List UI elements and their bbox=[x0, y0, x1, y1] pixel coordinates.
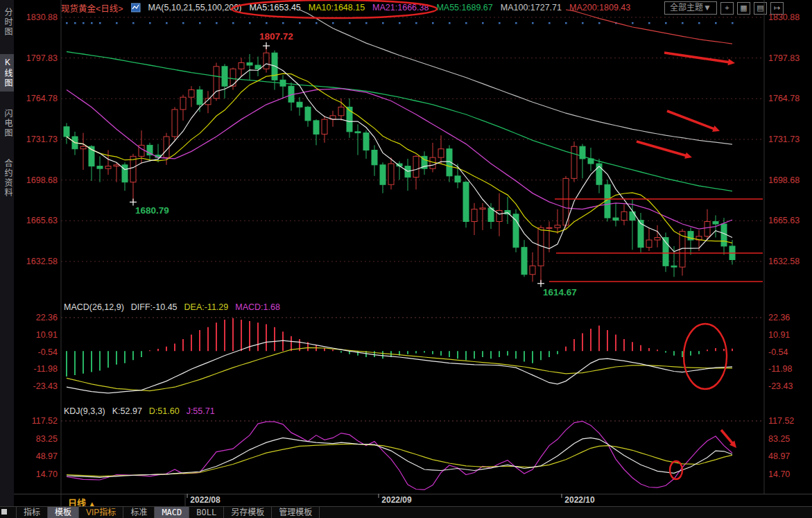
theme-dropdown-button[interactable]: 全部主题▼ bbox=[664, 1, 717, 15]
ma100-value: MA100:1727.71 bbox=[501, 3, 562, 12]
ma21-value: MA21:1666.38 bbox=[372, 3, 429, 12]
svg-text:1797.83: 1797.83 bbox=[768, 53, 800, 63]
macd-lines bbox=[67, 340, 732, 393]
svg-text:48.97: 48.97 bbox=[768, 451, 790, 461]
ma5-value: MA5:1653.45 bbox=[249, 3, 300, 12]
sidebar-item-time-chart[interactable]: 分时图 bbox=[0, 4, 14, 40]
kdj-panel-title: KDJ(9,3,3) K:52.97 D:51.60 J:55.71 bbox=[64, 406, 215, 416]
svg-text:22.36: 22.36 bbox=[36, 313, 58, 322]
svg-text:1797.83: 1797.83 bbox=[26, 53, 58, 63]
indicator-chart-icon[interactable] bbox=[131, 3, 141, 12]
kdj-params: KDJ(9,3,3) bbox=[64, 406, 105, 416]
pane-move-icon[interactable]: + bbox=[720, 2, 734, 15]
svg-text:1731.73: 1731.73 bbox=[768, 135, 800, 144]
svg-text:1632.58: 1632.58 bbox=[26, 257, 58, 266]
signal-dots-row bbox=[66, 22, 734, 24]
kdj-d-value: D:51.60 bbox=[149, 406, 180, 416]
tab-vip-indicator[interactable]: VIP指标 bbox=[79, 507, 123, 518]
pane-grid-icon[interactable]: ▦ bbox=[737, 2, 750, 15]
kdj-j-value: J:55.71 bbox=[187, 406, 215, 416]
pop-out-icon[interactable]: ↦ bbox=[770, 2, 784, 15]
tab-template[interactable]: 模板 bbox=[48, 507, 79, 518]
price-markers: 1807.721680.791614.67 bbox=[130, 31, 577, 297]
svg-text:10.91: 10.91 bbox=[768, 330, 790, 340]
chart-header: 现货黄金<日线> MA(5,10,21,55,100,200) MA5:1653… bbox=[61, 0, 630, 15]
time-axis-row: 日线 ▲ bbox=[14, 494, 812, 506]
svg-text:-11.98: -11.98 bbox=[33, 364, 58, 374]
macd-panel-title: MACD(26,12,9) DIFF:-10.45 DEA:-11.29 MAC… bbox=[64, 302, 280, 312]
svg-text:-23.43: -23.43 bbox=[768, 381, 793, 391]
sidebar-item-lightning-chart[interactable]: 闪电图 bbox=[0, 105, 14, 141]
svg-text:1698.68: 1698.68 bbox=[26, 175, 58, 185]
svg-text:14.70: 14.70 bbox=[36, 469, 58, 479]
svg-text:1807.72: 1807.72 bbox=[259, 31, 293, 42]
svg-text:1680.79: 1680.79 bbox=[135, 205, 169, 216]
macd-diff-value: DIFF:-10.45 bbox=[131, 302, 178, 312]
svg-text:1698.68: 1698.68 bbox=[768, 175, 800, 185]
ma-settings-label: MA(5,10,21,55,100,200) bbox=[148, 3, 242, 12]
svg-text:10.91: 10.91 bbox=[36, 330, 58, 340]
svg-text:48.97: 48.97 bbox=[36, 451, 58, 461]
kdj-lines bbox=[67, 421, 732, 490]
left-sidebar: 分时图 K线图 闪电图 合约资料 bbox=[0, 0, 14, 506]
svg-text:1614.67: 1614.67 bbox=[543, 287, 577, 297]
symbol-title: 现货黄金<日线> bbox=[61, 1, 123, 15]
svg-text:83.25: 83.25 bbox=[36, 434, 58, 444]
sidebar-item-contract-info[interactable]: 合约资料 bbox=[0, 155, 14, 201]
svg-text:-11.98: -11.98 bbox=[768, 364, 793, 374]
tab-save-template[interactable]: 另存模板 bbox=[224, 507, 272, 518]
macd-dea-value: DEA:-11.29 bbox=[184, 302, 229, 312]
splitter-handle[interactable] bbox=[1, 509, 7, 515]
svg-text:1731.73: 1731.73 bbox=[26, 135, 58, 144]
ma-overlays bbox=[67, 10, 732, 252]
svg-text:1665.63: 1665.63 bbox=[768, 216, 800, 225]
pane-rows-icon[interactable]: ▤ bbox=[754, 2, 767, 15]
macd-histogram bbox=[67, 318, 732, 377]
drawn-annotations bbox=[232, 0, 763, 479]
ma10-value: MA10:1648.15 bbox=[309, 3, 365, 12]
sidebar-item-kline-chart[interactable]: K线图 bbox=[0, 54, 14, 92]
tabbar-spacer bbox=[7, 507, 17, 518]
macd-macd-value: MACD:1.68 bbox=[235, 302, 280, 312]
candlestick-layer bbox=[64, 46, 735, 284]
ma55-value: MA55:1689.67 bbox=[436, 3, 492, 12]
header-controls: 全部主题▼ + ▦ ▤ ↦ bbox=[664, 1, 784, 15]
chart-canvas[interactable]: 1830.881830.881797.831797.831764.781764.… bbox=[0, 0, 812, 518]
tab-indicator[interactable]: 指标 bbox=[17, 507, 48, 518]
tab-macd[interactable]: MACD bbox=[155, 507, 189, 518]
kdj-k-value: K:52.97 bbox=[112, 406, 142, 416]
trading-app-window: 分时图 K线图 闪电图 合约资料 现货黄金<日线> MA(5,10,21,55,… bbox=[0, 0, 812, 518]
svg-text:1764.78: 1764.78 bbox=[768, 94, 800, 103]
macd-params: MACD(26,12,9) bbox=[64, 302, 124, 312]
svg-text:14.70: 14.70 bbox=[768, 469, 790, 479]
tab-boll[interactable]: BOLL bbox=[189, 507, 224, 518]
ma200-value: MA200:1809.43 bbox=[569, 3, 630, 12]
svg-text:83.25: 83.25 bbox=[768, 434, 790, 444]
svg-text:117.52: 117.52 bbox=[32, 416, 58, 426]
gridlines bbox=[61, 0, 764, 506]
tab-standard[interactable]: 标准 bbox=[123, 507, 155, 518]
svg-text:-0.54: -0.54 bbox=[768, 347, 788, 357]
svg-text:1830.88: 1830.88 bbox=[26, 12, 58, 22]
svg-text:-23.43: -23.43 bbox=[33, 381, 58, 391]
svg-text:22.36: 22.36 bbox=[768, 313, 790, 322]
tab-manage-template[interactable]: 管理模板 bbox=[272, 507, 320, 518]
svg-text:1764.78: 1764.78 bbox=[26, 94, 58, 103]
svg-text:117.52: 117.52 bbox=[768, 416, 794, 426]
svg-text:1632.58: 1632.58 bbox=[768, 257, 800, 266]
svg-text:1665.63: 1665.63 bbox=[26, 216, 58, 225]
svg-text:-0.54: -0.54 bbox=[38, 347, 58, 357]
bottom-tab-bar: 指标 模板 VIP指标 标准 MACD BOLL 另存模板 管理模板 bbox=[0, 506, 812, 518]
